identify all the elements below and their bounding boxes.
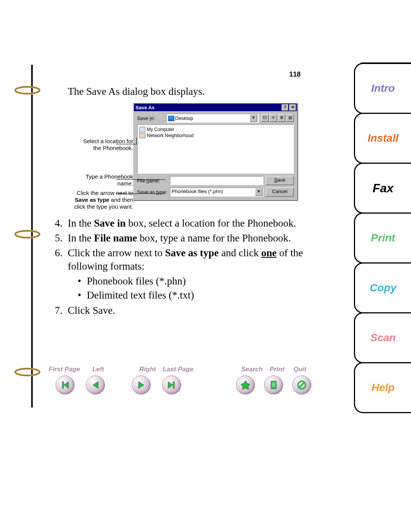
search-button[interactable] — [236, 375, 255, 395]
svg-rect-7 — [271, 381, 276, 389]
svg-line-12 — [299, 382, 304, 388]
callout-line — [116, 193, 166, 194]
details-view-icon[interactable]: ▤ — [286, 114, 294, 122]
save-as-type-dropdown[interactable]: Phonebook files (*.phn) ▼ — [170, 187, 263, 197]
svg-point-5 — [15, 369, 40, 375]
computer-icon — [139, 127, 145, 132]
save-in-value: Desktop — [167, 115, 250, 121]
binder-divider — [31, 65, 33, 407]
tab-install[interactable]: Install — [354, 113, 411, 164]
first-page-button[interactable] — [56, 375, 75, 395]
nav-label-right: Right — [136, 366, 159, 373]
list-item[interactable]: My Computer — [139, 126, 292, 133]
callout-line — [116, 144, 137, 144]
chevron-down-icon[interactable]: ▼ — [250, 114, 257, 122]
cancel-button[interactable]: Cancel — [266, 187, 294, 197]
save-as-dialog: Save As ? ✕ Save in: Desktop ▼ ⮹ ✳ — [133, 103, 298, 200]
sidebar-tabs: Intro Install Fax Print Copy Scan Help — [354, 63, 411, 413]
step-6-bullet-1: •Phonebook files (*.phn) — [78, 275, 308, 288]
step-7: 7. Click Save. — [55, 304, 308, 317]
save-in-label: Save in: — [137, 115, 164, 121]
network-icon — [139, 133, 145, 138]
step-5: 5. In the File name box, type a name for… — [55, 232, 308, 245]
svg-rect-9 — [272, 384, 275, 385]
callout-line — [136, 138, 137, 144]
intro-text: The Save As dialog box displays. — [68, 86, 312, 97]
binder-ring-icon — [14, 227, 41, 241]
nav-label-left: Left — [87, 366, 110, 373]
page-number: 118 — [289, 70, 301, 78]
svg-rect-8 — [272, 383, 275, 383]
list-item[interactable]: Network Neighborhood — [139, 133, 292, 139]
svg-marker-6 — [241, 381, 250, 390]
prev-page-button[interactable] — [86, 375, 105, 395]
close-button[interactable]: ✕ — [289, 104, 296, 111]
last-page-button[interactable] — [162, 375, 181, 395]
tab-scan[interactable]: Scan — [354, 312, 411, 363]
callout-line — [116, 179, 166, 180]
chevron-down-icon[interactable]: ▼ — [255, 188, 263, 196]
svg-point-0 — [15, 87, 40, 94]
callout-select-location: Select a location forthe Phonebook. — [57, 138, 133, 152]
nav-label-search: Search — [238, 366, 266, 373]
step-6-bullet-2: •Delimited text files (*.txt) — [78, 289, 308, 302]
save-as-type-value: Phonebook files (*.phn) — [170, 188, 255, 196]
save-button[interactable]: Save — [266, 176, 294, 185]
nav-label-print: Print — [266, 366, 288, 373]
save-as-type-label: Save as type: — [137, 189, 167, 195]
svg-point-4 — [15, 369, 40, 375]
instruction-list: 4. In the Save in box, select a location… — [49, 215, 308, 319]
nav-label-last: Last Page — [159, 366, 197, 373]
body-content: The Save As dialog box displays. — [49, 82, 312, 104]
manual-page: 118 The Save As dialog box displays. Sav… — [0, 0, 411, 532]
help-button[interactable]: ? — [282, 104, 288, 111]
tab-print[interactable]: Print — [354, 212, 411, 264]
tab-help[interactable]: Help — [354, 362, 411, 413]
up-folder-icon[interactable]: ⮹ — [261, 114, 269, 122]
toolbar-buttons: ⮹ ✳ ≣ ▤ — [261, 114, 294, 122]
file-list[interactable]: My Computer Network Neighborhood — [137, 124, 294, 174]
nav-label-first: First Page — [49, 366, 87, 373]
print-button[interactable] — [264, 375, 283, 395]
nav-label-quit: Quit — [288, 366, 311, 373]
callout-type-name: Type a Phonebookname. — [57, 173, 133, 187]
callout-save-as-type: Click the arrow next to Save as type and… — [57, 190, 133, 210]
dialog-title: Save As — [135, 105, 155, 110]
new-folder-icon[interactable]: ✳ — [269, 114, 277, 122]
bottom-nav: First Page Left Right Last Page Search P… — [49, 366, 311, 395]
dialog-titlebar: Save As ? ✕ — [134, 104, 297, 111]
quit-button[interactable] — [292, 375, 311, 395]
tab-copy[interactable]: Copy — [354, 262, 411, 313]
list-view-icon[interactable]: ≣ — [278, 114, 285, 122]
file-name-input[interactable] — [170, 176, 263, 185]
svg-point-2 — [15, 231, 40, 238]
tab-fax[interactable]: Fax — [354, 163, 411, 214]
svg-point-3 — [15, 231, 40, 238]
svg-point-1 — [15, 87, 40, 94]
file-name-label: File name: — [137, 178, 167, 184]
save-in-dropdown[interactable]: Desktop ▼ — [166, 113, 259, 123]
binder-ring-icon — [14, 365, 41, 379]
step-6: 6. Click the arrow next to Save as type … — [55, 246, 308, 273]
next-page-button[interactable] — [132, 375, 151, 395]
svg-rect-10 — [272, 386, 275, 387]
tab-intro[interactable]: Intro — [354, 63, 411, 114]
binder-ring-icon — [14, 83, 41, 97]
step-4: 4. In the Save in box, select a location… — [55, 217, 308, 230]
